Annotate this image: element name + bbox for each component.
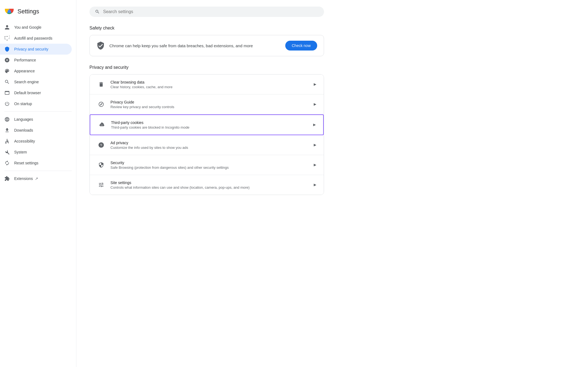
sidebar-item-label: Autofill and passwords [14,36,52,40]
chevron-right-icon: ► [313,82,317,87]
ad-privacy-icon: AD [96,140,106,150]
sidebar: Settings You and Google Autofill and pas… [0,0,76,367]
cookie-icon [97,120,107,130]
sidebar-item-reset-settings[interactable]: Reset settings [0,158,72,168]
sidebar-item-label: Search engine [14,80,39,84]
sidebar-item-label: Accessibility [14,139,35,143]
sidebar-item-autofill[interactable]: Autofill and passwords [0,33,72,44]
sidebar-item-privacy[interactable]: Privacy and security [0,44,72,55]
chevron-right-icon: ► [313,182,317,187]
privacy-settings-list: Clear browsing data Clear history, cooki… [89,74,324,195]
puzzle-icon [4,176,10,181]
chevron-right-icon: ► [313,143,317,147]
settings-row-clear-browsing[interactable]: Clear browsing data Clear history, cooki… [90,75,324,94]
extensions-label-group: Extensions ↗ [14,176,38,181]
settings-row-subtitle: Controls what information sites can use … [110,185,313,190]
settings-row-title: Third-party cookies [111,120,312,125]
settings-row-subtitle: Third-party cookies are blocked in Incog… [111,125,312,129]
sidebar-item-system[interactable]: System [0,147,72,158]
person-icon [4,25,10,30]
sidebar-item-accessibility[interactable]: Accessibility [0,136,72,147]
settings-row-ad-privacy[interactable]: AD Ad privacy Customize the info used by… [90,135,324,155]
safety-check-description: Chrome can help keep you safe from data … [109,43,253,48]
settings-row-third-party-cookies[interactable]: Third-party cookies Third-party cookies … [90,114,324,135]
browser-icon [4,90,10,96]
compass-icon [96,99,106,109]
check-now-button[interactable]: Check now [285,41,317,51]
wrench-icon [4,149,10,155]
sidebar-item-label: Languages [14,117,33,122]
sliders-icon [96,180,106,190]
chrome-logo-icon [4,7,14,16]
external-link-icon: ↗ [35,176,38,181]
sidebar-item-appearance[interactable]: Appearance [0,66,72,76]
sidebar-divider [4,111,72,112]
settings-row-title: Clear browsing data [110,80,313,84]
sidebar-item-label: Appearance [14,69,35,73]
sidebar-item-label: Default browser [14,91,41,95]
performance-icon [4,57,10,63]
accessibility-icon [4,138,10,144]
palette-icon [4,68,10,74]
safety-check-card: Chrome can help keep you safe from data … [89,35,324,56]
shield-icon [4,46,10,52]
settings-row-subtitle: Review key privacy and security controls [110,105,313,109]
chevron-right-icon: ► [313,162,317,167]
sidebar-item-languages[interactable]: Languages [0,114,72,125]
sidebar-item-default-browser[interactable]: Default browser [0,87,72,98]
search-input[interactable] [103,9,319,14]
settings-row-privacy-guide[interactable]: Privacy Guide Review key privacy and sec… [90,94,324,114]
safety-shield-icon [96,41,105,50]
privacy-section-title: Privacy and security [89,65,575,70]
settings-row-title: Security [110,161,313,165]
settings-row-subtitle: Safe Browsing (protection from dangerous… [110,165,313,170]
sidebar-item-label: Downloads [14,128,33,132]
settings-row-text: Security Safe Browsing (protection from … [110,161,313,170]
search-icon [4,79,10,85]
settings-row-title: Privacy Guide [110,100,313,104]
sidebar-divider-2 [4,171,72,171]
sidebar-item-label: Extensions [14,176,33,181]
reset-icon [4,160,10,166]
sidebar-item-label: System [14,150,27,154]
sidebar-item-search-engine[interactable]: Search engine [0,76,72,87]
safety-check-left: Chrome can help keep you safe from data … [96,41,253,50]
settings-row-text: Clear browsing data Clear history, cooki… [110,80,313,89]
chevron-right-icon: ► [313,102,317,107]
svg-point-3 [8,10,11,13]
power-icon [4,101,10,106]
sidebar-item-label: You and Google [14,25,41,29]
settings-row-site-settings[interactable]: Site settings Controls what information … [90,175,324,195]
sidebar-item-downloads[interactable]: Downloads [0,125,72,136]
download-icon [4,128,10,133]
search-bar[interactable] [89,7,324,17]
settings-row-subtitle: Clear history, cookies, cache, and more [110,85,313,89]
main-content: Safety check Chrome can help keep you sa… [76,0,588,367]
globe-icon [4,117,10,122]
sidebar-item-you-and-google[interactable]: You and Google [0,22,72,33]
sidebar-item-label: Privacy and security [14,47,48,51]
settings-row-security[interactable]: Security Safe Browsing (protection from … [90,155,324,175]
security-shield-icon [96,160,106,170]
chevron-right-icon: ► [312,122,317,127]
settings-row-text: Ad privacy Customize the info used by si… [110,141,313,150]
autofill-icon [4,35,10,41]
sidebar-item-label: Performance [14,58,36,62]
sidebar-item-performance[interactable]: Performance [0,55,72,66]
settings-row-text: Privacy Guide Review key privacy and sec… [110,100,313,109]
sidebar-item-label: On startup [14,102,32,106]
settings-row-title: Ad privacy [110,141,313,145]
sidebar-item-label: Reset settings [14,161,38,165]
settings-title: Settings [17,8,39,15]
safety-check-section-title: Safety check [89,26,575,31]
settings-row-subtitle: Customize the info used by sites to show… [110,146,313,150]
settings-row-text: Site settings Controls what information … [110,180,313,190]
search-bar-icon [95,9,100,14]
svg-text:AD: AD [100,144,103,146]
svg-point-4 [7,139,7,140]
sidebar-item-extensions[interactable]: Extensions ↗ [0,173,72,184]
sidebar-header: Settings [0,4,76,22]
settings-row-text: Third-party cookies Third-party cookies … [111,120,312,129]
sidebar-item-on-startup[interactable]: On startup [0,98,72,109]
settings-row-title: Site settings [110,180,313,185]
